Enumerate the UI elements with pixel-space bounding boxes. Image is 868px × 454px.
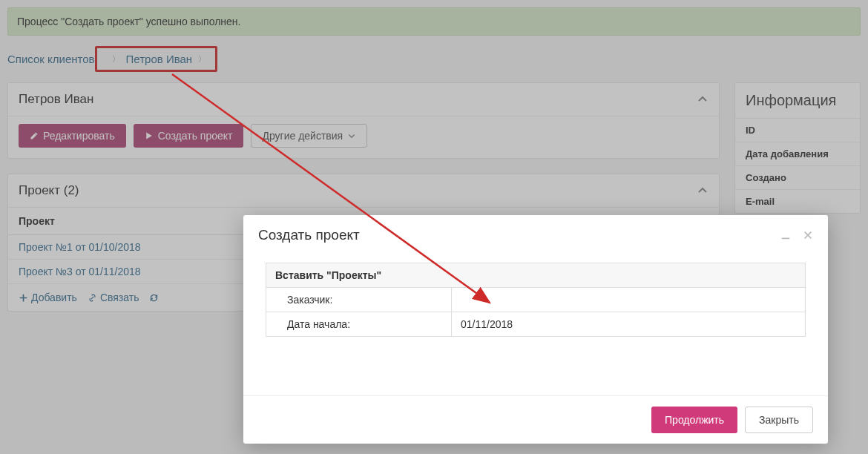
minimize-icon[interactable]	[780, 230, 791, 240]
breadcrumb-root[interactable]: Список клиентов	[7, 53, 95, 65]
modal-form-table: Вставить "Проекты" Заказчик: Дата начала…	[266, 263, 806, 337]
projects-title: Проект (2)	[19, 183, 79, 198]
plus-icon	[19, 293, 28, 303]
success-banner: Процесс "Создать проект" успешно выполне…	[7, 7, 861, 36]
chevron-up-icon[interactable]	[697, 93, 708, 105]
modal-row-customer-label: Заказчик:	[266, 288, 452, 312]
close-icon[interactable]	[803, 230, 813, 240]
chevron-up-icon[interactable]	[697, 185, 708, 197]
pencil-icon	[30, 131, 39, 140]
client-panel: Петров Иван Редактировать Создать проек	[7, 82, 720, 159]
modal-row-startdate-label: Дата начала:	[266, 312, 452, 337]
info-title: Информация	[735, 83, 860, 118]
chevron-right-icon: 〉	[198, 53, 206, 65]
modal-title: Создать проект	[258, 227, 360, 243]
other-actions-label: Другие действия	[262, 130, 343, 142]
breadcrumb-current-highlight: 〉 Петров Иван 〉	[95, 46, 218, 72]
chevron-right-icon: 〉	[112, 53, 120, 65]
info-row-date: Дата добавления	[735, 142, 860, 165]
add-project-button[interactable]: Добавить	[19, 292, 77, 303]
link-icon	[88, 293, 97, 303]
info-row-id: ID	[735, 118, 860, 142]
create-project-button[interactable]: Создать проект	[134, 124, 244, 148]
modal-form-header: Вставить "Проекты"	[266, 263, 806, 288]
info-row-email: E-mail	[735, 189, 860, 213]
refresh-button[interactable]	[149, 293, 159, 303]
success-text: Процесс "Создать проект" успешно выполне…	[17, 16, 240, 27]
create-project-label: Создать проект	[158, 130, 233, 142]
link-project-button[interactable]: Связать	[88, 292, 139, 303]
info-row-created: Создано	[735, 165, 860, 189]
other-actions-button[interactable]: Другие действия	[251, 124, 367, 148]
edit-button[interactable]: Редактировать	[19, 124, 126, 148]
client-title: Петров Иван	[19, 92, 93, 107]
info-panel: Информация ID Дата добавления Создано E-…	[734, 82, 861, 214]
refresh-icon	[149, 293, 159, 303]
create-project-modal: Создать проект Вставить "Проекты" Заказч…	[243, 215, 828, 444]
link-project-label: Связать	[100, 292, 139, 303]
continue-button[interactable]: Продолжить	[651, 407, 737, 433]
breadcrumb: Список клиентов 〉 Петров Иван 〉	[7, 46, 861, 72]
edit-button-label: Редактировать	[43, 130, 115, 142]
close-button[interactable]: Закрыть	[745, 407, 813, 433]
play-icon	[145, 131, 154, 140]
breadcrumb-current[interactable]: Петров Иван	[126, 53, 193, 65]
add-project-label: Добавить	[31, 292, 77, 303]
modal-row-customer-value[interactable]	[452, 288, 806, 312]
chevron-down-icon	[347, 131, 356, 140]
modal-row-startdate-value[interactable]: 01/11/2018	[452, 312, 806, 337]
